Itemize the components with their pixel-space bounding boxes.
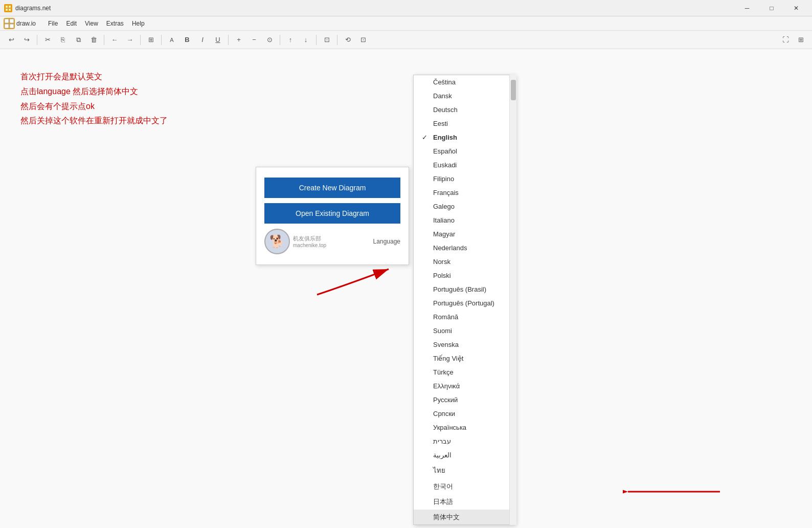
underline-button[interactable]: U: [211, 33, 225, 47]
menu-help[interactable]: Help: [128, 19, 149, 28]
language-option-13[interactable]: Norsk: [414, 255, 515, 269]
separator-5: [228, 35, 229, 45]
rotate-button[interactable]: ⟲: [341, 33, 355, 47]
language-option-8[interactable]: Français: [414, 186, 515, 200]
close-button[interactable]: ✕: [784, 0, 808, 16]
menu-view[interactable]: View: [81, 19, 102, 28]
language-option-2[interactable]: Deutsch: [414, 103, 515, 117]
copy-button[interactable]: ⎘: [56, 33, 70, 47]
language-label: Deutsch: [433, 106, 458, 114]
language-label: Français: [433, 189, 459, 196]
up-button[interactable]: ↑: [283, 33, 298, 47]
language-label: Euskadi: [433, 161, 457, 169]
language-option-1[interactable]: Dansk: [414, 89, 515, 103]
language-option-6[interactable]: Euskadi: [414, 158, 515, 172]
down-button[interactable]: ↓: [299, 33, 313, 47]
language-option-25[interactable]: Українська: [414, 421, 515, 434]
language-label: Español: [433, 147, 457, 155]
language-label: 日本語: [433, 497, 453, 507]
language-option-4[interactable]: ✓English: [414, 130, 515, 144]
annotation-line-4: 然后关掉这个软件在重新打开就成中文了: [20, 114, 168, 128]
language-label: Eesti: [433, 120, 448, 127]
language-label: 한국어: [433, 482, 453, 491]
language-button[interactable]: Language: [373, 238, 400, 245]
language-option-5[interactable]: Español: [414, 144, 515, 158]
grid-button[interactable]: ⊡: [320, 33, 334, 47]
forward-button[interactable]: →: [123, 33, 137, 47]
language-option-11[interactable]: Magyar: [414, 227, 515, 241]
language-option-22[interactable]: Ελληνικά: [414, 379, 515, 393]
cut-button[interactable]: ✂: [40, 33, 55, 47]
language-label: Filipino: [433, 175, 454, 183]
create-diagram-button[interactable]: Create New Diagram: [264, 178, 400, 198]
language-label: Norsk: [433, 258, 450, 266]
zoom-in-button[interactable]: +: [232, 33, 246, 47]
scrollbar-track[interactable]: [509, 75, 516, 525]
maximize-button[interactable]: □: [760, 0, 783, 16]
language-label: עברית: [433, 437, 451, 445]
language-option-28[interactable]: ไทย: [414, 462, 515, 479]
svg-rect-7: [10, 24, 14, 28]
watermark-url: machenike.top: [293, 243, 326, 248]
language-dropdown: ČeštinaDanskDeutschEesti✓EnglishEspañolE…: [413, 75, 515, 525]
fit-button[interactable]: ⊙: [262, 33, 277, 47]
minimize-button[interactable]: ─: [735, 0, 759, 16]
language-label: Română: [433, 313, 458, 321]
language-option-30[interactable]: 日本語: [414, 494, 515, 510]
open-diagram-button[interactable]: Open Existing Diagram: [264, 203, 400, 224]
language-option-12[interactable]: Nederlands: [414, 241, 515, 255]
separator-8: [337, 35, 337, 45]
language-label: العربية: [433, 451, 452, 459]
format-button[interactable]: ⊞: [794, 33, 808, 47]
language-option-7[interactable]: Filipino: [414, 172, 515, 186]
layout-button[interactable]: ⊡: [356, 33, 370, 47]
language-label: 简体中文: [433, 513, 460, 522]
annotation-line-1: 首次打开会是默认英文: [20, 70, 168, 84]
language-option-14[interactable]: Polski: [414, 269, 515, 282]
language-option-3[interactable]: Eesti: [414, 117, 515, 130]
language-option-16[interactable]: Português (Portugal): [414, 296, 515, 310]
undo-button[interactable]: ↩: [4, 33, 18, 47]
bold-button[interactable]: B: [180, 33, 194, 47]
font-button[interactable]: A: [165, 33, 179, 47]
redo-button[interactable]: ↪: [19, 33, 34, 47]
language-option-23[interactable]: Русский: [414, 393, 515, 407]
menu-edit[interactable]: Edit: [62, 19, 81, 28]
check-icon: ✓: [422, 134, 429, 141]
language-option-21[interactable]: Türkçe: [414, 365, 515, 379]
back-button[interactable]: ←: [107, 33, 122, 47]
menu-file[interactable]: File: [44, 19, 62, 28]
language-option-19[interactable]: Svenska: [414, 338, 515, 351]
language-option-10[interactable]: Italiano: [414, 213, 515, 227]
language-option-17[interactable]: Română: [414, 310, 515, 324]
italic-button[interactable]: I: [195, 33, 210, 47]
language-option-0[interactable]: Čeština: [414, 75, 515, 89]
zoom-out-button[interactable]: −: [247, 33, 261, 47]
fullscreen-button[interactable]: ⛶: [778, 33, 793, 47]
menu-extras[interactable]: Extras: [102, 19, 128, 28]
insert-button[interactable]: ⊞: [144, 33, 158, 47]
separator-4: [161, 35, 162, 45]
language-option-31[interactable]: 简体中文: [414, 510, 515, 525]
language-label: ไทย: [433, 465, 445, 476]
language-label: Suomi: [433, 327, 452, 335]
language-option-18[interactable]: Suomi: [414, 324, 515, 338]
language-option-9[interactable]: Galego: [414, 200, 515, 213]
language-option-27[interactable]: العربية: [414, 448, 515, 462]
scrollbar-thumb[interactable]: [511, 80, 516, 100]
language-option-29[interactable]: 한국어: [414, 479, 515, 494]
language-option-20[interactable]: Tiếng Việt: [414, 351, 515, 365]
separator-6: [280, 35, 280, 45]
language-option-26[interactable]: עברית: [414, 434, 515, 448]
language-label: Polski: [433, 272, 451, 279]
watermark-club: 机友俱乐部: [293, 235, 326, 243]
language-label: Português (Brasil): [433, 285, 486, 293]
delete-button[interactable]: 🗑: [86, 33, 101, 47]
language-label: Русский: [433, 396, 458, 404]
language-label: Ελληνικά: [433, 382, 460, 390]
paste-button[interactable]: ⧉: [71, 33, 85, 47]
language-option-15[interactable]: Português (Brasil): [414, 282, 515, 296]
title-bar: diagrams.net ─ □ ✕: [0, 0, 812, 16]
language-label: Tiếng Việt: [433, 355, 463, 362]
language-option-24[interactable]: Српски: [414, 407, 515, 421]
